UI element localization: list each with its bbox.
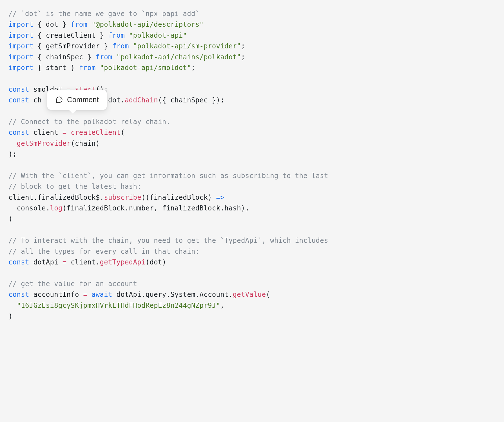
code-keyword: import (8, 21, 34, 28)
code-keyword: import (8, 64, 34, 72)
code-prop: Account (200, 291, 229, 298)
code-fn: addChain (125, 96, 158, 104)
code-keyword: from (96, 53, 112, 61)
code-comment: // With the `client`, you can get inform… (8, 172, 328, 180)
code-symbol: start (46, 64, 67, 72)
code-keyword: from (71, 21, 87, 28)
code-var: dotApi (117, 291, 142, 298)
code-keyword: from (108, 32, 125, 39)
code-var: client (34, 129, 59, 136)
svg-point-2 (60, 100, 60, 100)
code-keyword: import (8, 53, 34, 61)
code-comment: // `dot` is the name we gave to `npx pap… (8, 10, 199, 18)
code-fn: getSmProvider (17, 140, 71, 147)
code-fn: createClient (71, 129, 121, 136)
code-var: client (8, 194, 34, 201)
code-symbol: chainSpec (46, 53, 83, 61)
comment-icon (55, 96, 63, 104)
code-fn: getTypedApi (100, 258, 146, 266)
code-var: chain (75, 140, 96, 147)
code-block: // `dot` is the name we gave to `npx pap… (8, 8, 496, 322)
code-var: chainSpec (170, 96, 208, 104)
code-var: accountInfo (34, 291, 79, 298)
code-fn: log (50, 204, 63, 212)
code-var: console (17, 204, 46, 212)
svg-point-0 (58, 100, 58, 100)
code-string: "polkadot-api" (129, 32, 187, 39)
code-prop: System (170, 291, 195, 298)
code-keyword: const (8, 129, 29, 136)
code-keyword: const (8, 96, 29, 104)
svg-point-1 (59, 100, 59, 100)
code-keyword: const (8, 291, 29, 298)
code-prop: query (146, 291, 166, 298)
code-fn: getValue (233, 291, 266, 298)
code-string: "@polkadot-api/descriptors" (92, 21, 204, 28)
code-keyword: from (79, 64, 96, 72)
code-var: client (71, 258, 96, 266)
code-prop: number (129, 204, 154, 212)
code-symbol: dot (46, 21, 58, 28)
code-string: "polkadot-api/chains/polkadot" (117, 53, 241, 61)
code-string: "polkadot-api/sm-provider" (133, 42, 241, 50)
code-keyword: import (8, 32, 34, 39)
comment-tooltip-label: Comment (67, 94, 99, 106)
code-keyword: import (8, 42, 34, 50)
code-symbol: getSmProvider (46, 42, 100, 50)
code-var: dotApi (34, 258, 59, 266)
code-var: finalizedBlock (162, 204, 220, 212)
code-string: "16JGzEsi8gcySKjpmxHVrkLTHdFHodRepEz8n24… (17, 302, 220, 309)
code-var: dot (150, 258, 162, 266)
code-var: finalizedBlock (150, 194, 208, 201)
code-keyword: from (112, 42, 129, 50)
code-symbol: createClient (46, 32, 96, 39)
code-string: "polkadot-api/smoldot" (100, 64, 191, 72)
code-prop: finalizedBlock$ (37, 194, 100, 201)
code-comment: // To interact with the chain, you need … (8, 237, 328, 244)
code-keyword: const (8, 86, 29, 93)
code-var: finalizedBlock (67, 204, 125, 212)
code-fn: subscribe (104, 194, 141, 201)
code-comment: // get the value for an account (8, 280, 137, 288)
code-prop: hash (224, 204, 241, 212)
code-comment: // Connect to the polkadot relay chain. (8, 118, 170, 126)
comment-tooltip[interactable]: Comment (47, 90, 107, 110)
code-keyword: await (92, 291, 112, 298)
code-comment: // all the types for every call in that … (8, 248, 199, 255)
code-keyword: const (8, 258, 29, 266)
code-var: ch (34, 96, 42, 104)
code-comment: // block to get the latest hash: (8, 183, 141, 190)
